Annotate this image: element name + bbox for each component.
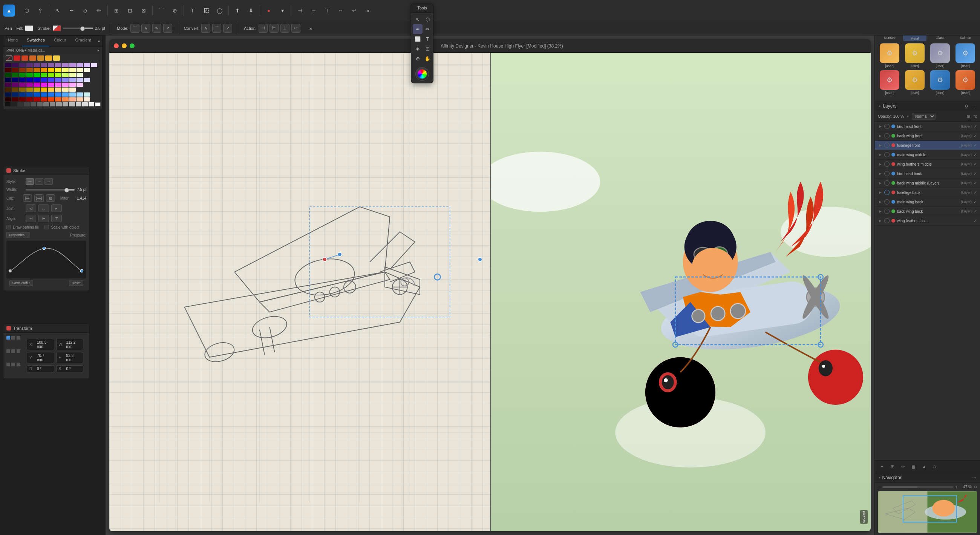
swatch-cell[interactable]: [26, 68, 33, 72]
tab-swatches[interactable]: Swatches: [22, 36, 49, 46]
layer-item-back-wing-front[interactable]: ▶ back wing front (Layer) ✓: [875, 131, 980, 141]
style-item-user8[interactable]: ⚙ [user]: [954, 70, 977, 95]
swatch-cell[interactable]: [76, 83, 83, 87]
orange-swatch[interactable]: [29, 56, 36, 61]
toolbar-cursor-btn[interactable]: ↖: [52, 5, 64, 17]
layers-more-icon[interactable]: ⋯: [972, 104, 976, 109]
swatch-cell[interactable]: [19, 97, 25, 102]
swatch-cell[interactable]: [5, 93, 11, 97]
swatch-cell[interactable]: [69, 63, 76, 67]
anchor-bl[interactable]: [6, 363, 10, 366]
layer-visibility-icon[interactable]: [884, 133, 889, 139]
toolbar-pen-btn[interactable]: ✒: [65, 5, 78, 17]
toolbar-path-btn[interactable]: ⌒: [155, 5, 167, 17]
swatch-cell[interactable]: [55, 63, 61, 67]
toolbar-align-left-btn[interactable]: ⊣: [294, 5, 306, 17]
swatch-cell[interactable]: [48, 93, 54, 97]
action-btn-2[interactable]: ⊢: [269, 24, 278, 33]
canvas-right-rendered[interactable]: Pixabay: [490, 53, 871, 531]
swatch-cell[interactable]: [76, 68, 83, 72]
swatch-cell[interactable]: [48, 97, 54, 102]
anchor-tl[interactable]: [6, 336, 10, 340]
swatch-cell[interactable]: [26, 83, 33, 87]
swatch-cell[interactable]: [33, 97, 40, 102]
amber-swatch[interactable]: [37, 56, 44, 61]
swatch-cell[interactable]: [19, 63, 25, 67]
swatch-cell[interactable]: [84, 97, 90, 102]
toolbar-share-btn[interactable]: ⇪: [34, 5, 46, 17]
canvas-left-sketch[interactable]: [109, 53, 490, 531]
toolbar-distribute-btn[interactable]: ↔: [335, 5, 347, 17]
navigator-fit-icon[interactable]: ⊙: [974, 485, 977, 489]
tool-crop-btn[interactable]: ⊡: [423, 44, 432, 54]
swatch-cell[interactable]: [41, 83, 47, 87]
toolbar-snap-btn[interactable]: ⊡: [124, 5, 136, 17]
stroke-align-outside-btn[interactable]: ⊤: [51, 215, 62, 222]
stroke-panel-toggle[interactable]: [6, 168, 11, 173]
tool-text-btn[interactable]: T: [423, 34, 432, 44]
swatch-cell[interactable]: [19, 88, 25, 92]
anchor-bc[interactable]: [11, 363, 15, 366]
swatch-cell[interactable]: [76, 63, 83, 67]
swatch-cell[interactable]: [41, 97, 47, 102]
swatch-cell[interactable]: [69, 88, 76, 92]
swatch-cell[interactable]: [62, 73, 68, 77]
convert-btn-1[interactable]: ∧: [201, 24, 210, 33]
swatch-cell[interactable]: [76, 102, 81, 106]
action-btn-1[interactable]: ⊣: [259, 24, 267, 33]
swatch-cell[interactable]: [33, 83, 40, 87]
swatch-cell[interactable]: [26, 88, 33, 92]
layer-item-wing-feathers-middle[interactable]: ▶ wing feathers middle (Layer) ✓: [875, 160, 980, 169]
swatch-cell[interactable]: [12, 68, 19, 72]
properties-btn[interactable]: Properties...: [6, 232, 30, 238]
layer-visibility-icon[interactable]: [884, 218, 889, 224]
layers-settings-icon[interactable]: ⚙: [964, 104, 968, 109]
swatch-cell[interactable]: [50, 102, 56, 106]
layer-item-main-wing-back[interactable]: ▶ main wing back (Layer) ✓: [875, 197, 980, 207]
swatch-cell[interactable]: [41, 78, 47, 82]
layer-item-wing-feathers-back[interactable]: ▶ wing feathers ba... ✓: [875, 216, 980, 226]
style-item-user2[interactable]: ⚙ [user]: [903, 43, 926, 68]
swatch-cell[interactable]: [69, 93, 76, 97]
swatch-cell[interactable]: [19, 68, 25, 72]
swatch-cell[interactable]: [48, 88, 54, 92]
dark-orange-swatch[interactable]: [21, 56, 28, 61]
stroke-width-slider[interactable]: [63, 27, 93, 29]
stroke-cap-round-btn[interactable]: )—(: [34, 194, 43, 202]
draw-behind-fill-checkbox[interactable]: [6, 225, 11, 229]
swatch-cell[interactable]: [5, 63, 11, 67]
tab-gradient[interactable]: Gradient: [70, 36, 95, 46]
layers-add-btn[interactable]: +: [878, 463, 886, 471]
swatch-cell[interactable]: [19, 73, 25, 77]
layer-item-fuselage-back[interactable]: ▶ fuselage back (Layer) ✓: [875, 188, 980, 197]
zoom-slider[interactable]: [882, 486, 953, 488]
layer-visibility-icon[interactable]: [884, 143, 889, 148]
swatch-cell[interactable]: [76, 73, 83, 77]
action-btn-4[interactable]: ↩: [291, 24, 301, 33]
swatch-cell[interactable]: [5, 73, 11, 77]
anchor-br[interactable]: [17, 363, 21, 366]
swatch-cell[interactable]: [56, 102, 62, 106]
swatch-cell[interactable]: [89, 102, 94, 106]
swatch-cell[interactable]: [62, 83, 68, 87]
swatch-cell[interactable]: [18, 102, 23, 106]
swatch-cell[interactable]: [55, 68, 61, 72]
swatch-cell[interactable]: [62, 93, 68, 97]
toolbar-node-btn[interactable]: ◇: [79, 5, 91, 17]
toolbar-align-btn[interactable]: ⊠: [138, 5, 150, 17]
tool-pencil-btn[interactable]: ✏: [423, 24, 432, 34]
stroke-join-round-btn[interactable]: ◡: [38, 204, 49, 212]
traffic-light-minimize[interactable]: [122, 43, 127, 48]
swatch-cell[interactable]: [95, 102, 101, 106]
swatch-cell[interactable]: [69, 78, 76, 82]
swatch-cell[interactable]: [84, 78, 90, 82]
swatch-cell[interactable]: [11, 102, 17, 106]
swatch-cell[interactable]: [5, 78, 11, 82]
reset-btn[interactable]: Reset: [69, 280, 83, 286]
mode-btn-2[interactable]: ∧: [142, 24, 150, 33]
swatch-cell[interactable]: [76, 97, 83, 102]
swatch-cell[interactable]: [55, 83, 61, 87]
toolbar-boolean-btn[interactable]: ⊕: [169, 5, 181, 17]
swatch-cell[interactable]: [12, 78, 19, 82]
navigator-zoom-out-icon[interactable]: −: [878, 485, 880, 489]
